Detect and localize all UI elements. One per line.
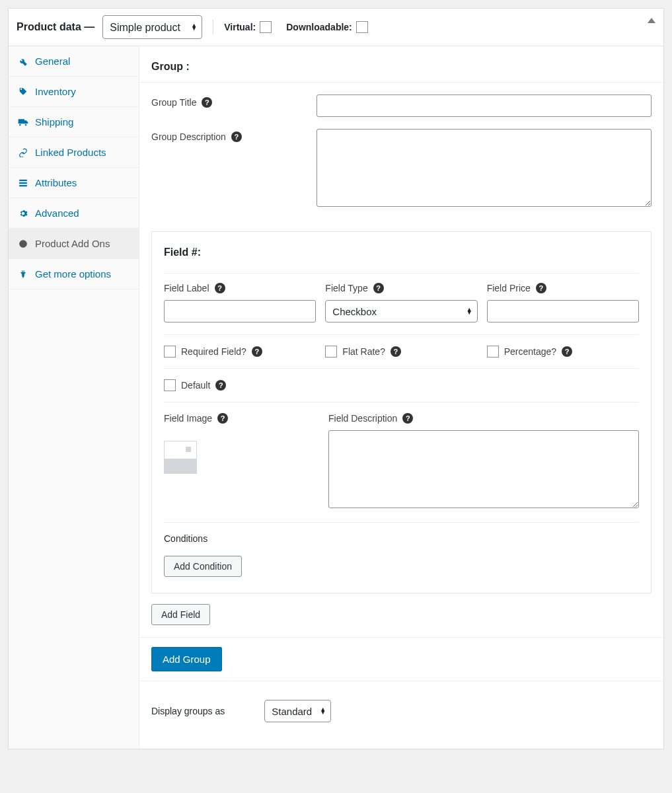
- flat-rate-row: Flat Rate? ?: [325, 346, 477, 358]
- virtual-toggle: Virtual:: [224, 21, 272, 33]
- addon-content: Group : Group Title ? Group Description …: [139, 46, 663, 749]
- product-type-select-wrap[interactable]: Simple product ▲▼: [102, 15, 202, 39]
- add-group-button[interactable]: Add Group: [151, 647, 222, 671]
- default-checkbox[interactable]: [164, 379, 176, 391]
- help-icon[interactable]: ?: [215, 283, 225, 293]
- panel-title: Product data —: [17, 21, 94, 33]
- svg-rect-0: [19, 179, 27, 180]
- help-icon[interactable]: ?: [373, 283, 384, 293]
- wrench-icon: [18, 57, 28, 66]
- field-image-label: Field Image ?: [164, 413, 319, 424]
- field-type-label: Field Type ?: [325, 283, 477, 293]
- tab-label: General: [35, 56, 70, 67]
- tab-inventory[interactable]: Inventory: [9, 77, 139, 107]
- product-data-sidebar: General Inventory Shipping Linked Produc…: [9, 46, 139, 749]
- tab-linked-products[interactable]: Linked Products: [9, 137, 139, 168]
- percentage-checkbox[interactable]: [487, 346, 499, 358]
- field-type-select[interactable]: Checkbox: [325, 300, 477, 322]
- help-icon[interactable]: ?: [391, 346, 401, 357]
- divider: [213, 20, 213, 34]
- group-description-label: Group Description ?: [151, 129, 317, 142]
- link-icon: [18, 148, 28, 157]
- display-groups-select[interactable]: Standard: [264, 700, 331, 722]
- tab-attributes[interactable]: Attributes: [9, 168, 139, 198]
- tab-get-more-options[interactable]: Get more options: [9, 259, 139, 289]
- panel-header: Product data — Simple product ▲▼ Virtual…: [9, 9, 663, 46]
- downloadable-toggle: Downloadable:: [286, 21, 368, 33]
- product-type-select[interactable]: Simple product: [102, 15, 202, 39]
- tab-label: Advanced: [35, 208, 79, 219]
- default-row: Default ?: [164, 379, 639, 391]
- group-title-label: Group Title ?: [151, 94, 317, 108]
- group-heading: Group :: [139, 46, 663, 83]
- virtual-checkbox[interactable]: [260, 21, 272, 33]
- field-description-textarea[interactable]: [328, 430, 639, 508]
- field-description-label: Field Description ?: [328, 413, 639, 424]
- image-placeholder-icon[interactable]: [164, 441, 197, 474]
- field-label-label: Field Label ?: [164, 283, 316, 293]
- field-price-label: Field Price ?: [487, 283, 639, 293]
- tab-label: Get more options: [35, 268, 111, 280]
- tag-icon: [18, 87, 28, 96]
- percentage-row: Percentage? ?: [487, 346, 639, 358]
- collapse-icon[interactable]: [648, 18, 655, 23]
- display-groups-select-wrap[interactable]: Standard ▲▼: [264, 700, 331, 722]
- tab-label: Inventory: [35, 86, 76, 97]
- field-type-select-wrap[interactable]: Checkbox ▲▼: [325, 300, 477, 322]
- conditions-label: Conditions: [164, 533, 639, 544]
- tab-shipping[interactable]: Shipping: [9, 107, 139, 137]
- help-icon[interactable]: ?: [202, 97, 212, 108]
- downloadable-label: Downloadable:: [286, 22, 352, 32]
- help-icon[interactable]: ?: [217, 413, 228, 424]
- plus-circle-icon: [18, 239, 28, 248]
- help-icon[interactable]: ?: [536, 283, 546, 293]
- tab-advanced[interactable]: Advanced: [9, 198, 139, 229]
- tab-general[interactable]: General: [9, 46, 139, 77]
- tab-label: Linked Products: [35, 147, 106, 158]
- truck-icon: [18, 118, 28, 127]
- field-label-input[interactable]: [164, 300, 316, 322]
- tab-product-add-ons[interactable]: Product Add Ons: [9, 229, 139, 259]
- tab-label: Attributes: [35, 177, 77, 188]
- field-panel: Field #: Field Label ? Field Type ?: [151, 231, 652, 593]
- help-icon[interactable]: ?: [562, 346, 572, 357]
- group-title-input[interactable]: [317, 94, 652, 117]
- list-icon: [18, 178, 28, 188]
- tab-label: Product Add Ons: [35, 238, 110, 249]
- tab-label: Shipping: [35, 116, 73, 128]
- required-field-row: Required Field? ?: [164, 346, 316, 358]
- svg-rect-1: [19, 182, 27, 183]
- add-field-button[interactable]: Add Field: [151, 604, 210, 625]
- help-icon[interactable]: ?: [252, 346, 262, 357]
- help-icon[interactable]: ?: [402, 413, 413, 424]
- help-icon[interactable]: ?: [215, 380, 226, 391]
- display-groups-label: Display groups as: [151, 706, 225, 716]
- help-icon[interactable]: ?: [231, 132, 242, 142]
- required-field-checkbox[interactable]: [164, 346, 176, 358]
- field-price-input[interactable]: [487, 300, 639, 322]
- product-data-panel: Product data — Simple product ▲▼ Virtual…: [8, 8, 664, 749]
- group-description-textarea[interactable]: [317, 129, 652, 207]
- flat-rate-checkbox[interactable]: [325, 346, 337, 358]
- plugin-icon: [18, 270, 28, 279]
- downloadable-checkbox[interactable]: [356, 21, 368, 33]
- gear-icon: [18, 209, 28, 218]
- svg-rect-2: [19, 184, 27, 186]
- field-heading: Field #:: [164, 232, 639, 273]
- add-condition-button[interactable]: Add Condition: [164, 556, 242, 577]
- virtual-label: Virtual:: [224, 22, 256, 32]
